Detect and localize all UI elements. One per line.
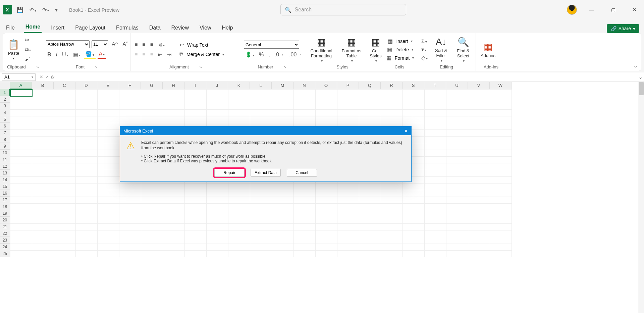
- column-header[interactable]: O: [315, 82, 337, 89]
- cell[interactable]: [10, 210, 32, 217]
- cell[interactable]: [446, 224, 468, 230]
- cell[interactable]: [272, 116, 294, 123]
- cell[interactable]: [141, 230, 163, 237]
- cell[interactable]: [54, 110, 76, 116]
- cell[interactable]: [141, 244, 163, 251]
- cell[interactable]: [54, 251, 76, 257]
- redo-icon[interactable]: ↷: [41, 5, 50, 14]
- cell[interactable]: [185, 244, 207, 251]
- column-header[interactable]: J: [206, 82, 228, 89]
- decrease-indent-icon[interactable]: ⇤: [157, 51, 164, 58]
- cell[interactable]: [76, 157, 98, 163]
- cell[interactable]: [54, 197, 76, 204]
- cell[interactable]: [98, 123, 119, 130]
- cell[interactable]: [250, 230, 272, 237]
- cell[interactable]: [403, 251, 425, 257]
- cell[interactable]: [76, 204, 98, 210]
- cell[interactable]: [425, 103, 446, 110]
- cell[interactable]: [76, 230, 98, 237]
- cell[interactable]: [250, 251, 272, 257]
- cell[interactable]: [294, 110, 316, 116]
- cell[interactable]: [32, 96, 54, 103]
- cell[interactable]: [316, 190, 337, 197]
- cell[interactable]: [250, 204, 272, 210]
- cell[interactable]: [359, 244, 381, 251]
- align-right-icon[interactable]: ≡: [149, 51, 155, 58]
- cell[interactable]: [119, 197, 141, 204]
- cell[interactable]: [468, 251, 490, 257]
- cell[interactable]: [337, 244, 359, 251]
- cell[interactable]: [185, 204, 207, 210]
- cell[interactable]: [381, 230, 403, 237]
- cell[interactable]: [250, 110, 272, 116]
- underline-icon[interactable]: U: [61, 51, 70, 58]
- cell[interactable]: [425, 197, 446, 204]
- column-header[interactable]: P: [337, 82, 359, 89]
- cell[interactable]: [163, 217, 185, 224]
- vertical-scrollbar[interactable]: [638, 82, 644, 313]
- cell[interactable]: [425, 157, 446, 163]
- cell[interactable]: [446, 190, 468, 197]
- cell[interactable]: [98, 137, 119, 143]
- cell[interactable]: [54, 116, 76, 123]
- cell[interactable]: [359, 116, 381, 123]
- cell[interactable]: [272, 197, 294, 204]
- cell[interactable]: [468, 210, 490, 217]
- column-header[interactable]: H: [163, 82, 184, 89]
- cell[interactable]: [490, 157, 512, 163]
- format-cells-button[interactable]: ▦Format: [385, 54, 414, 62]
- cell[interactable]: [54, 96, 76, 103]
- cell[interactable]: [141, 90, 163, 96]
- cell[interactable]: [54, 130, 76, 137]
- cell[interactable]: [54, 157, 76, 163]
- format-as-table-button[interactable]: ▦Format as Table: [339, 36, 364, 63]
- align-left-icon[interactable]: ≡: [133, 51, 139, 58]
- cell[interactable]: [359, 96, 381, 103]
- cell[interactable]: [490, 150, 512, 157]
- cell[interactable]: [381, 210, 403, 217]
- cell[interactable]: [185, 116, 207, 123]
- cell[interactable]: [381, 190, 403, 197]
- share-button[interactable]: 🔗 Share ▾: [607, 24, 639, 33]
- cell[interactable]: [98, 190, 119, 197]
- cell[interactable]: [32, 251, 54, 257]
- addins-button[interactable]: ▦Add-ins: [479, 41, 497, 59]
- cell[interactable]: [76, 237, 98, 244]
- cell[interactable]: [359, 251, 381, 257]
- cell[interactable]: [337, 110, 359, 116]
- cell[interactable]: [359, 204, 381, 210]
- cell[interactable]: [316, 110, 337, 116]
- cell[interactable]: [490, 184, 512, 190]
- cell[interactable]: [10, 230, 32, 237]
- cell[interactable]: [316, 244, 337, 251]
- cell[interactable]: [425, 143, 446, 150]
- cell[interactable]: [163, 244, 185, 251]
- cell[interactable]: [163, 204, 185, 210]
- cell[interactable]: [98, 230, 119, 237]
- cell[interactable]: [141, 237, 163, 244]
- cell[interactable]: [250, 237, 272, 244]
- cell[interactable]: [359, 103, 381, 110]
- cell[interactable]: [316, 204, 337, 210]
- row-header[interactable]: 4: [0, 109, 10, 116]
- cell[interactable]: [54, 204, 76, 210]
- cell[interactable]: [337, 251, 359, 257]
- cell[interactable]: [250, 184, 272, 190]
- cell[interactable]: [163, 116, 185, 123]
- cell[interactable]: [337, 190, 359, 197]
- cell[interactable]: [468, 204, 490, 210]
- cell[interactable]: [10, 204, 32, 210]
- cell[interactable]: [468, 197, 490, 204]
- cell[interactable]: [403, 224, 425, 230]
- cell[interactable]: [119, 116, 141, 123]
- cell[interactable]: [98, 251, 119, 257]
- cell[interactable]: [490, 197, 512, 204]
- increase-indent-icon[interactable]: ⇥: [166, 51, 173, 58]
- row-headers[interactable]: 1234567891011121314151617181920212223242…: [0, 89, 10, 313]
- cell[interactable]: [228, 217, 250, 224]
- cell[interactable]: [119, 210, 141, 217]
- clipboard-launcher-icon[interactable]: ↘: [36, 65, 39, 69]
- font-color-icon[interactable]: A: [98, 50, 106, 59]
- column-header[interactable]: L: [250, 82, 272, 89]
- cell[interactable]: [272, 230, 294, 237]
